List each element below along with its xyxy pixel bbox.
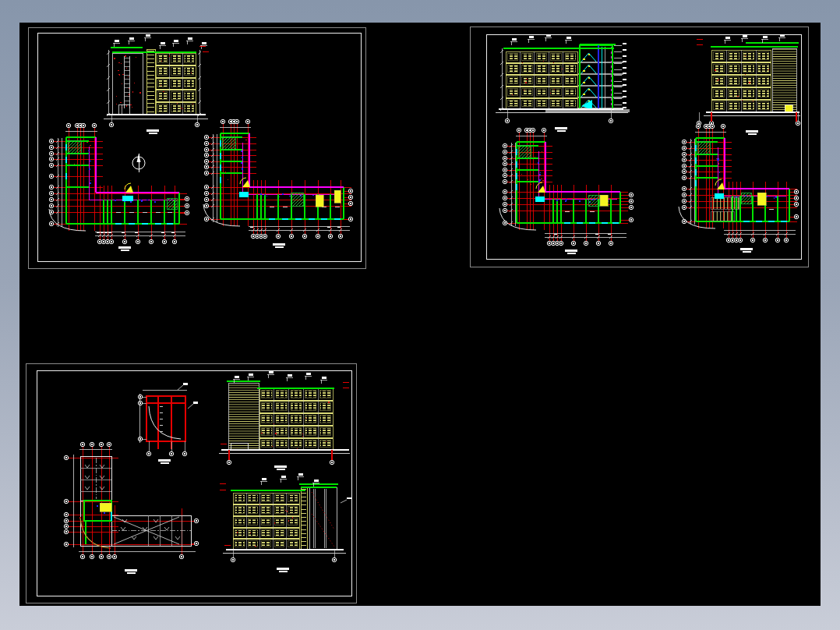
east-elevation	[219, 371, 350, 470]
floor-plan-a	[499, 128, 634, 253]
side-elevation	[697, 34, 800, 135]
drawings-layer	[19, 23, 821, 606]
west-elevation	[220, 473, 351, 572]
floor-plan-left	[49, 123, 189, 250]
roof-plan	[64, 442, 198, 574]
south-elevation	[104, 34, 209, 134]
floor-plan-right	[203, 119, 353, 247]
floor-plan-b	[679, 124, 799, 252]
app-background: { "app": { "background_top": "#8796ab", …	[0, 0, 840, 630]
building-section	[496, 34, 630, 132]
north-arrow	[132, 154, 145, 172]
stair-detail	[138, 383, 198, 463]
cad-viewport[interactable]	[19, 23, 821, 606]
